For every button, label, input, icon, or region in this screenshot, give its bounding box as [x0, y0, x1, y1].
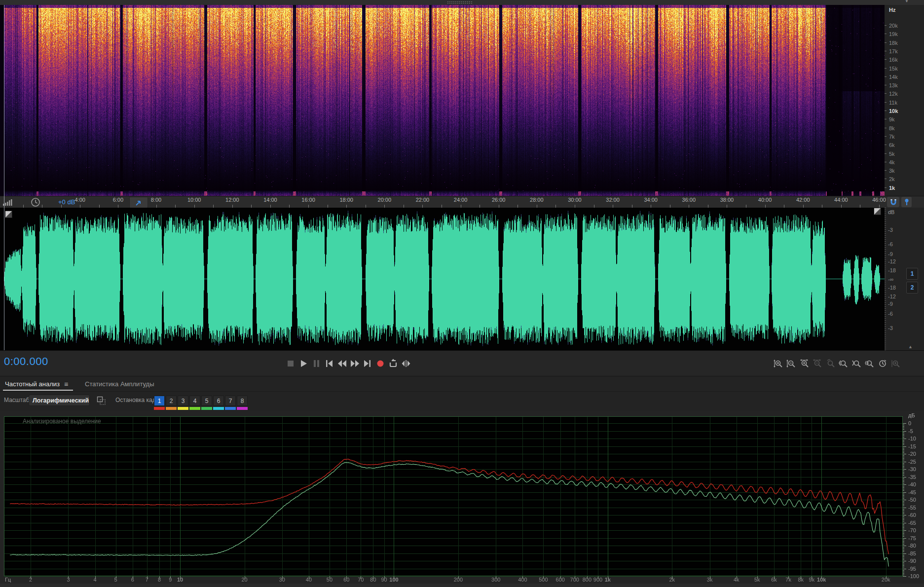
transport-stop-button[interactable] [285, 358, 296, 369]
time-ruler-label: 24:00 [454, 197, 468, 203]
toolbar-zoom-to-playhead-button[interactable] [877, 358, 888, 369]
transport-pause-button[interactable] [311, 358, 322, 369]
db-axis-unit: dB [888, 209, 894, 215]
transport-record-button[interactable] [375, 358, 386, 369]
toolbar-zoom-out-vertical-button[interactable] [786, 358, 797, 369]
panel-tabs: Частотный анализ ≡ Статистика Амплитуды [0, 376, 924, 391]
graph-y-tick-label: -65 [908, 520, 916, 526]
graph-x-tick-label: 60 [343, 577, 349, 583]
hz-axis-unit: Hz [889, 7, 895, 13]
db-axis-label: -6 [888, 241, 893, 247]
time-ruler-label: 8:00 [151, 197, 161, 203]
transport-bar: 0:00.000 [0, 350, 924, 376]
tab-amplitude-statistics[interactable]: Статистика Амплитуды [85, 380, 154, 388]
toolbar-zoom-vertical-full-button[interactable] [890, 358, 901, 369]
hold-button-4[interactable]: 4 [189, 396, 200, 406]
hold-button-1[interactable]: 1 [154, 396, 165, 406]
hz-axis-label: 15k [889, 66, 898, 72]
waveform-split-handle-icon[interactable] [5, 211, 12, 218]
hz-axis-tick [885, 119, 887, 119]
hz-axis-tick [885, 51, 887, 51]
snap-magnet-button[interactable] [887, 197, 899, 207]
toolbar-zoom-to-selection-button[interactable] [864, 358, 875, 369]
panel-menu-icon[interactable]: ▼ [905, 0, 909, 3]
hold-button-5[interactable]: 5 [201, 396, 212, 406]
transport-fast-forward-button[interactable] [349, 358, 360, 369]
toolbar-zoom-in-right-edge-button[interactable] [851, 358, 862, 369]
hz-axis-tick [885, 110, 887, 111]
graph-y-tick-label: -35 [908, 474, 916, 480]
time-ruler-label: 42:00 [796, 197, 810, 203]
spectrogram-display[interactable] [0, 5, 885, 196]
clock-icon[interactable] [31, 197, 40, 207]
hz-axis-label: 13k [889, 82, 898, 88]
hz-axis-label: 16k [889, 57, 898, 63]
scroll-up-icon[interactable]: ▲ [908, 344, 913, 349]
hold-button-8[interactable]: 8 [237, 396, 248, 406]
toolbar-zoom-reset-button[interactable] [825, 358, 836, 369]
copy-graph-icon[interactable] [97, 396, 106, 405]
drag-grip-icon[interactable] [447, 1, 473, 4]
gain-value[interactable]: +0 dB [58, 198, 75, 206]
hz-axis-tick [885, 179, 887, 179]
hz-axis-label: 5k [889, 151, 895, 157]
hz-axis-label: 11k [889, 100, 897, 106]
time-ruler-label: 26:00 [492, 197, 506, 203]
time-ruler-label: 32:00 [606, 197, 620, 203]
hz-axis-label: 19k [889, 31, 898, 37]
transport-skip-back-button[interactable] [324, 358, 334, 369]
graph-x-tick-label: 10 [177, 577, 183, 583]
toolbar-zoom-in-horizontal-button[interactable] [799, 358, 810, 369]
hold-button-7[interactable]: 7 [225, 396, 236, 406]
time-ruler-label: 38:00 [720, 197, 734, 203]
hz-axis-label: 8k [889, 125, 895, 131]
time-display[interactable]: 0:00.000 [4, 355, 48, 368]
playhead-pin-tool-button[interactable] [129, 197, 148, 208]
waveform-display[interactable] [0, 208, 885, 350]
hold-button-color-bar [154, 407, 165, 410]
transport-loop-playback-button[interactable] [388, 358, 399, 369]
scale-select[interactable]: Логарифмический [29, 395, 90, 406]
graph-selection-label: Анализированое выделение [23, 418, 101, 425]
transport-play-button[interactable] [298, 358, 309, 369]
graph-y-tick-label: -15 [908, 443, 916, 449]
hz-axis-tick [885, 76, 887, 77]
db-axis-label: -18 [888, 267, 896, 273]
hold-button-6[interactable]: 6 [213, 396, 224, 406]
graph-x-tick-label: 500 [539, 577, 548, 583]
spectral-split-handle-icon[interactable] [874, 208, 881, 215]
graph-x-tick-label: 20k [882, 577, 890, 583]
time-ruler[interactable]: 4:006:008:0010:0012:0014:0016:0018:0020:… [0, 196, 924, 208]
toolbar-zoom-in-left-edge-button[interactable] [838, 358, 849, 369]
playhead[interactable] [4, 5, 4, 350]
tab-frequency-analysis[interactable]: Частотный анализ [5, 380, 60, 388]
level-meter-icon[interactable] [3, 199, 13, 206]
tab-menu-icon[interactable]: ≡ [64, 380, 68, 388]
scale-selected-value: Логарифмический [33, 397, 89, 404]
hold-button-color-bar [225, 407, 236, 410]
time-ruler-label: 34:00 [644, 197, 658, 203]
zoom-to-selection-icon [865, 359, 874, 368]
db-axis-label: -12 [888, 258, 896, 264]
hold-button-3[interactable]: 3 [178, 396, 188, 406]
hz-axis-label: 6k [889, 142, 895, 148]
skip-selection-icon [401, 358, 411, 369]
transport-skip-selection-button[interactable] [401, 358, 411, 369]
toolbar-zoom-out-horizontal-button[interactable] [812, 358, 823, 369]
graph-y-tick-label: -85 [908, 550, 916, 556]
db-axis-label: -18 [888, 285, 896, 291]
frequency-analysis-graph[interactable] [0, 411, 924, 581]
time-ruler-label: 10:00 [187, 197, 201, 203]
hz-axis-tick [885, 145, 887, 145]
graph-y-tick-label: -60 [908, 512, 916, 518]
transport-skip-forward-button[interactable] [362, 358, 373, 369]
time-ruler-label: 40:00 [758, 197, 772, 203]
marker-pin-button[interactable] [901, 197, 912, 207]
hold-button-2[interactable]: 2 [166, 396, 177, 406]
channel-2-button[interactable]: 2 [906, 282, 918, 294]
channel-1-button[interactable]: 1 [906, 268, 918, 280]
transport-rewind-button[interactable] [336, 358, 347, 369]
toolbar-zoom-in-vertical-button[interactable] [773, 358, 783, 369]
time-ruler-label: 16:00 [301, 197, 315, 203]
hz-axis-label: 12k [889, 91, 898, 97]
